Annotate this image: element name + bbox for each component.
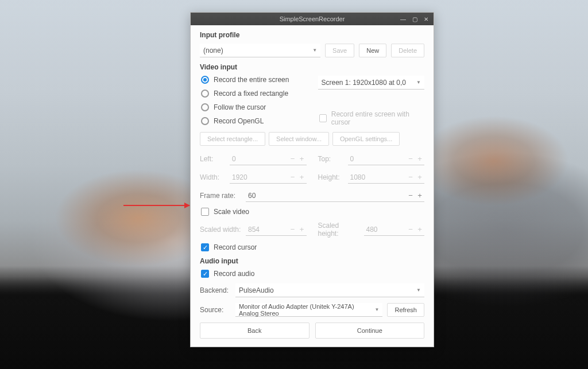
scaled-height-label: Scaled height: xyxy=(318,222,359,238)
radio-opengl[interactable] xyxy=(201,117,209,125)
minus-icon: − xyxy=(407,173,414,181)
chevron-down-icon: ▼ xyxy=(416,80,421,85)
audio-input-heading: Audio input xyxy=(200,257,424,265)
save-button[interactable]: Save xyxy=(325,44,354,57)
record-cursor-checkbox[interactable]: ✓ xyxy=(201,243,209,251)
back-button[interactable]: Back xyxy=(200,323,310,339)
delete-button[interactable]: Delete xyxy=(391,44,424,57)
minus-icon: − xyxy=(407,225,414,234)
screen-select-value: Screen 1: 1920x1080 at 0,0 xyxy=(322,79,406,87)
annotation-arrow xyxy=(123,205,189,206)
plus-icon[interactable]: + xyxy=(416,191,423,200)
radio-follow-cursor-label: Follow the cursor xyxy=(214,103,266,111)
source-label: Source: xyxy=(200,306,231,314)
minus-icon: − xyxy=(407,154,414,163)
plus-icon: + xyxy=(416,154,423,163)
minus-icon: − xyxy=(289,225,296,234)
opengl-settings-button: OpenGL settings... xyxy=(332,132,400,146)
plus-icon: + xyxy=(416,173,423,181)
video-input-heading: Video input xyxy=(200,63,424,71)
scaled-width-label: Scaled width: xyxy=(200,226,241,234)
scale-video-label: Scale video xyxy=(214,208,249,216)
minus-icon[interactable]: − xyxy=(407,191,414,200)
app-window: SimpleScreenRecorder — ▢ ✕ Input profile… xyxy=(190,12,434,347)
height-label: Height: xyxy=(318,173,343,181)
window-title: SimpleScreenRecorder xyxy=(280,15,345,22)
radio-entire-screen-label: Record the entire screen xyxy=(214,76,289,84)
record-entire-cursor-checkbox xyxy=(319,114,327,122)
minus-icon: − xyxy=(289,154,296,163)
scaled-height-value: 480 xyxy=(364,226,407,234)
radio-entire-screen[interactable] xyxy=(201,76,209,84)
backend-select[interactable]: PulseAudio ▼ xyxy=(235,283,424,297)
continue-button[interactable]: Continue xyxy=(315,323,425,339)
left-value: 0 xyxy=(230,155,288,163)
height-value: 1080 xyxy=(348,173,407,181)
top-value: 0 xyxy=(348,155,407,163)
framerate-label: Frame rate: xyxy=(200,192,241,200)
select-rectangle-button: Select rectangle... xyxy=(200,132,265,146)
scale-video-checkbox[interactable] xyxy=(201,208,209,216)
chevron-down-icon: ▼ xyxy=(375,307,380,312)
input-profile-heading: Input profile xyxy=(200,31,424,39)
top-label: Top: xyxy=(318,155,343,163)
record-audio-label: Record audio xyxy=(214,270,254,278)
refresh-button[interactable]: Refresh xyxy=(387,303,424,317)
select-window-button: Select window... xyxy=(269,132,329,146)
radio-fixed-rect[interactable] xyxy=(201,90,209,98)
minus-icon: − xyxy=(289,173,296,181)
width-label: Width: xyxy=(200,173,225,181)
scaled-width-value: 854 xyxy=(246,226,288,234)
radio-follow-cursor[interactable] xyxy=(201,103,209,111)
close-icon[interactable]: ✕ xyxy=(422,15,430,23)
minimize-icon[interactable]: — xyxy=(399,15,407,23)
framerate-value[interactable]: 60 xyxy=(246,192,406,200)
source-select-value: Monitor of Audio Adapter (Unitek Y-247A)… xyxy=(239,303,375,317)
radio-fixed-rect-label: Record a fixed rectangle xyxy=(214,90,288,98)
profile-select[interactable]: (none) ▼ xyxy=(200,44,320,57)
record-cursor-label: Record cursor xyxy=(214,243,257,251)
record-entire-cursor-label: Record entire screen with cursor xyxy=(331,110,424,126)
profile-select-value: (none) xyxy=(203,46,223,55)
radio-opengl-label: Record OpenGL xyxy=(214,117,264,125)
plus-icon: + xyxy=(416,225,423,234)
titlebar[interactable]: SimpleScreenRecorder — ▢ ✕ xyxy=(191,13,434,25)
left-label: Left: xyxy=(200,155,225,163)
maximize-icon[interactable]: ▢ xyxy=(411,15,419,23)
source-select[interactable]: Monitor of Audio Adapter (Unitek Y-247A)… xyxy=(235,303,382,317)
backend-select-value: PulseAudio xyxy=(239,286,274,294)
new-button[interactable]: New xyxy=(359,44,386,57)
screen-select[interactable]: Screen 1: 1920x1080 at 0,0 ▼ xyxy=(318,76,425,90)
width-value: 1920 xyxy=(230,173,288,181)
chevron-down-icon: ▼ xyxy=(312,48,317,53)
plus-icon: + xyxy=(299,225,305,234)
record-audio-checkbox[interactable]: ✓ xyxy=(201,270,209,278)
plus-icon: + xyxy=(299,154,305,163)
plus-icon: + xyxy=(299,173,305,181)
backend-label: Backend: xyxy=(200,286,231,294)
chevron-down-icon: ▼ xyxy=(416,288,421,293)
